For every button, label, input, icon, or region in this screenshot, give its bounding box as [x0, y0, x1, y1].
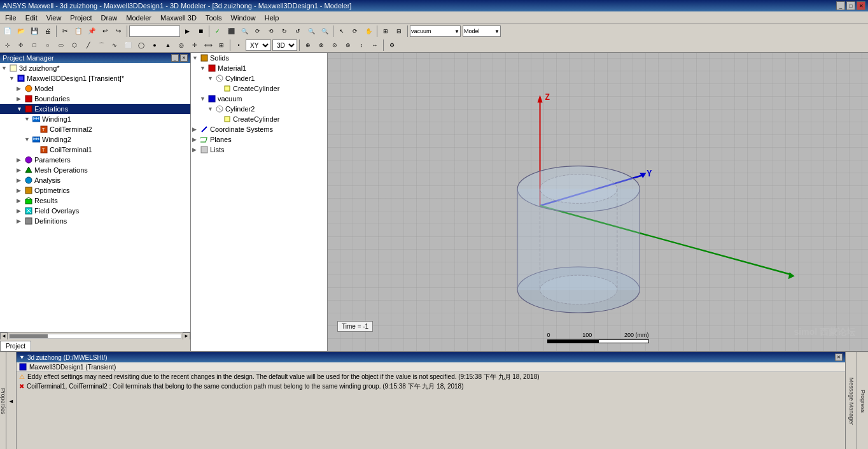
tb-icon3[interactable]: 🔍	[238, 25, 251, 38]
scroll-right-btn[interactable]: ►	[183, 332, 190, 340]
mt-material1[interactable]: ▼ Material1	[191, 63, 327, 73]
progress-label[interactable]: Progress	[860, 389, 866, 412]
model-selector[interactable]: Model ▼	[463, 25, 501, 37]
menu-help[interactable]: Help	[261, 13, 283, 23]
mt-coord-sys[interactable]: ▶ Coordinate Systems	[191, 124, 327, 134]
coord-btn1[interactable]: ⊕	[302, 39, 314, 52]
undo-btn[interactable]: ↩	[99, 25, 111, 38]
msg-panel-controls[interactable]: ✕	[835, 353, 843, 361]
tb-icon4[interactable]: ⟳	[251, 25, 264, 38]
tree-parameters[interactable]: ▶ Parameters	[0, 155, 190, 165]
tree-excitations[interactable]: ▼ Excitations	[0, 104, 190, 114]
open-btn[interactable]: 📂	[15, 25, 27, 38]
array-btn[interactable]: ⊞	[215, 39, 228, 52]
draw-line[interactable]: ╱	[81, 39, 94, 52]
coord-btn2[interactable]: ⊗	[315, 39, 328, 52]
run-btn[interactable]: ▶	[181, 25, 193, 38]
tb-icon1[interactable]: ✓	[211, 25, 224, 38]
draw-arc[interactable]: ⌒	[95, 39, 108, 52]
tree-optimetrics[interactable]: ▶ Optimetrics	[0, 185, 190, 196]
panel-controls[interactable]: _ ✕	[171, 54, 188, 62]
tb-pan[interactable]: ✋	[362, 25, 375, 38]
tb-mesh1[interactable]: ⊞	[379, 25, 392, 38]
close-btn[interactable]: ✕	[857, 1, 865, 10]
panel-close-btn[interactable]: ✕	[180, 54, 188, 62]
tb-zoom-out[interactable]: 🔍	[318, 25, 331, 38]
menu-file[interactable]: File	[1, 13, 20, 23]
menu-window[interactable]: Window	[227, 13, 260, 23]
orient-btn1[interactable]: ↕	[355, 39, 368, 52]
maximize-btn[interactable]: □	[846, 1, 855, 10]
print-btn[interactable]: 🖨	[41, 25, 54, 38]
draw-circle[interactable]: ○	[41, 39, 54, 52]
tree-boundaries[interactable]: ▶ Boundaries	[0, 94, 190, 104]
model-tree[interactable]: ▼ Solids ▼ Material1 ▼ Cylinder1 CreateC…	[191, 53, 327, 351]
tb-rotate[interactable]: ⟳	[349, 25, 361, 38]
3d-sphere[interactable]: ●	[148, 39, 161, 52]
mt-planes[interactable]: ▶ Planes	[191, 134, 327, 145]
3d-cone[interactable]: ▲	[162, 39, 174, 52]
tree-analysis[interactable]: ▶ Analysis	[0, 175, 190, 185]
tree-results[interactable]: ▶ Results	[0, 196, 190, 206]
menu-view[interactable]: View	[43, 13, 66, 23]
mt-createcylinder2[interactable]: CreateCylinder	[191, 114, 327, 124]
viewport[interactable]: Z Y	[328, 53, 868, 351]
menu-edit[interactable]: Edit	[22, 13, 41, 23]
tb-mesh2[interactable]: ⊟	[393, 25, 405, 38]
msg-manager-label[interactable]: Message Manager	[848, 377, 855, 425]
draw-box[interactable]: □	[28, 39, 41, 52]
mirror-btn[interactable]: ⟺	[202, 39, 214, 52]
minimize-btn[interactable]: _	[836, 1, 845, 10]
material-selector[interactable]: vacuum ▼	[410, 25, 461, 37]
tb-zoom-in[interactable]: 🔍	[305, 25, 318, 38]
project-tab[interactable]: Project	[0, 341, 31, 351]
draw-polygon[interactable]: ⬡	[68, 39, 81, 52]
draw-spline[interactable]: ∿	[108, 39, 121, 52]
orient-btn2[interactable]: ↔	[368, 39, 381, 52]
tree-model[interactable]: ▶ Model	[0, 83, 190, 94]
menu-maxwell3d[interactable]: Maxwell 3D	[157, 13, 200, 23]
mt-cylinder1[interactable]: ▼ Cylinder1	[191, 73, 327, 83]
tree-winding1[interactable]: ▼ Winding1	[0, 114, 190, 124]
dim-select[interactable]: 3D	[272, 39, 297, 51]
mt-vacuum[interactable]: ▼ vacuum	[191, 94, 327, 104]
properties-tab[interactable]: Properties	[0, 388, 6, 414]
tree-coilterminal1[interactable]: T CoilTerminal1	[0, 145, 190, 155]
redo-btn[interactable]: ↪	[112, 25, 125, 38]
mt-lists[interactable]: ▶ Lists	[191, 145, 327, 155]
point-snap[interactable]: •	[232, 39, 245, 52]
msg-close-btn[interactable]: ✕	[835, 353, 843, 361]
menu-project[interactable]: Project	[66, 13, 95, 23]
new-btn[interactable]: 📄	[1, 25, 14, 38]
plane-select[interactable]: XY	[246, 39, 271, 51]
copy-btn[interactable]: 📋	[72, 25, 85, 38]
tb-icon6[interactable]: ↻	[278, 25, 291, 38]
menu-draw[interactable]: Draw	[97, 13, 122, 23]
tb-select[interactable]: ↖	[335, 25, 348, 38]
3d-torus[interactable]: ◎	[175, 39, 188, 52]
tree-coilterminal2[interactable]: T CoilTerminal2	[0, 124, 190, 134]
tb-icon2[interactable]: ⬛	[225, 25, 237, 38]
scroll-track[interactable]	[9, 334, 181, 339]
tree-field-overlays[interactable]: ▶ Field Overlays	[0, 206, 190, 216]
tb-icon5[interactable]: ⟲	[265, 25, 277, 38]
3d-cyl[interactable]: ◯	[135, 39, 148, 52]
tree-design[interactable]: ▼ Maxwell3DDesign1 [Transient]*	[0, 73, 190, 83]
h-scrollbar[interactable]: ◄ ►	[0, 332, 190, 339]
collapse-btn[interactable]: ◄	[6, 352, 17, 449]
tree-mesh-ops[interactable]: ▶ Mesh Operations	[0, 165, 190, 175]
project-tree[interactable]: ▼ 3d zuizhong* ▼ Maxwell3DDesign1 [Trans…	[0, 63, 190, 332]
settings-btn[interactable]: ⚙	[386, 39, 398, 52]
paste-btn[interactable]: 📌	[85, 25, 98, 38]
coord-btn3[interactable]: ⊙	[328, 39, 341, 52]
stop-btn[interactable]: ⏹	[194, 25, 207, 38]
menu-tools[interactable]: Tools	[202, 13, 226, 23]
tree-definitions[interactable]: ▶ Definitions	[0, 216, 190, 226]
tree-root[interactable]: ▼ 3d zuizhong*	[0, 63, 190, 73]
mt-createcylinder1[interactable]: CreateCylinder	[191, 83, 327, 94]
coord-btn4[interactable]: ⊚	[342, 39, 354, 52]
3d-box[interactable]: ⬜	[122, 39, 134, 52]
menu-modeler[interactable]: Modeler	[122, 13, 155, 23]
snap-btn1[interactable]: ⊹	[1, 39, 14, 52]
mt-solids[interactable]: ▼ Solids	[191, 53, 327, 63]
